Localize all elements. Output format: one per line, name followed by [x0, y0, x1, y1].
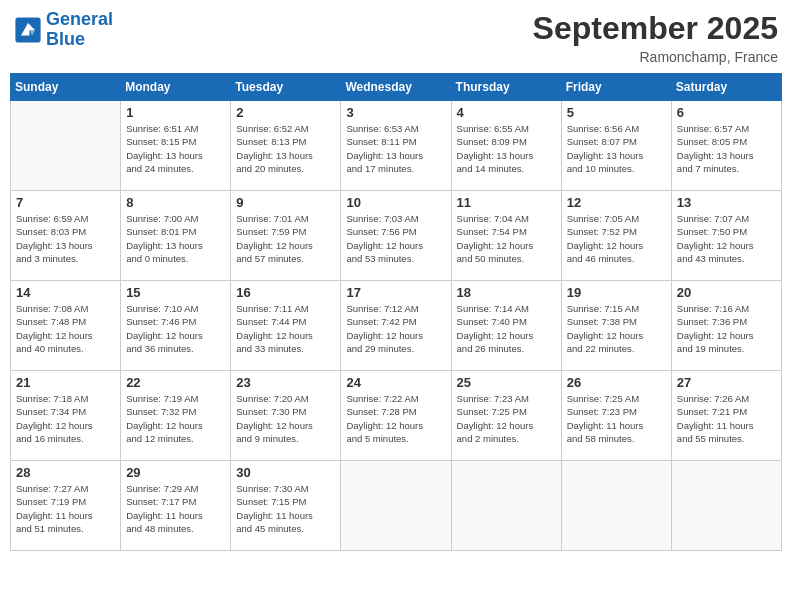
calendar-week-row: 28Sunrise: 7:27 AMSunset: 7:19 PMDayligh… — [11, 461, 782, 551]
day-info: Sunrise: 7:23 AMSunset: 7:25 PMDaylight:… — [457, 392, 556, 445]
calendar-cell: 4Sunrise: 6:55 AMSunset: 8:09 PMDaylight… — [451, 101, 561, 191]
day-number: 2 — [236, 105, 335, 120]
calendar-cell: 1Sunrise: 6:51 AMSunset: 8:15 PMDaylight… — [121, 101, 231, 191]
day-info: Sunrise: 7:05 AMSunset: 7:52 PMDaylight:… — [567, 212, 666, 265]
day-number: 25 — [457, 375, 556, 390]
location: Ramonchamp, France — [533, 49, 778, 65]
day-number: 27 — [677, 375, 776, 390]
calendar-cell: 9Sunrise: 7:01 AMSunset: 7:59 PMDaylight… — [231, 191, 341, 281]
calendar-week-row: 21Sunrise: 7:18 AMSunset: 7:34 PMDayligh… — [11, 371, 782, 461]
day-info: Sunrise: 6:56 AMSunset: 8:07 PMDaylight:… — [567, 122, 666, 175]
calendar-cell: 5Sunrise: 6:56 AMSunset: 8:07 PMDaylight… — [561, 101, 671, 191]
calendar-cell — [341, 461, 451, 551]
day-number: 10 — [346, 195, 445, 210]
day-number: 29 — [126, 465, 225, 480]
month-title: September 2025 — [533, 10, 778, 47]
day-info: Sunrise: 7:15 AMSunset: 7:38 PMDaylight:… — [567, 302, 666, 355]
calendar-cell: 18Sunrise: 7:14 AMSunset: 7:40 PMDayligh… — [451, 281, 561, 371]
day-info: Sunrise: 7:16 AMSunset: 7:36 PMDaylight:… — [677, 302, 776, 355]
day-info: Sunrise: 6:55 AMSunset: 8:09 PMDaylight:… — [457, 122, 556, 175]
day-number: 5 — [567, 105, 666, 120]
day-header-tuesday: Tuesday — [231, 74, 341, 101]
calendar-cell: 17Sunrise: 7:12 AMSunset: 7:42 PMDayligh… — [341, 281, 451, 371]
day-number: 14 — [16, 285, 115, 300]
day-info: Sunrise: 6:52 AMSunset: 8:13 PMDaylight:… — [236, 122, 335, 175]
day-info: Sunrise: 7:03 AMSunset: 7:56 PMDaylight:… — [346, 212, 445, 265]
day-info: Sunrise: 7:18 AMSunset: 7:34 PMDaylight:… — [16, 392, 115, 445]
day-info: Sunrise: 7:22 AMSunset: 7:28 PMDaylight:… — [346, 392, 445, 445]
day-header-friday: Friday — [561, 74, 671, 101]
logo-line2: Blue — [46, 29, 85, 49]
calendar-header-row: SundayMondayTuesdayWednesdayThursdayFrid… — [11, 74, 782, 101]
day-number: 15 — [126, 285, 225, 300]
calendar-cell: 24Sunrise: 7:22 AMSunset: 7:28 PMDayligh… — [341, 371, 451, 461]
day-info: Sunrise: 7:20 AMSunset: 7:30 PMDaylight:… — [236, 392, 335, 445]
calendar-cell: 19Sunrise: 7:15 AMSunset: 7:38 PMDayligh… — [561, 281, 671, 371]
calendar-cell: 6Sunrise: 6:57 AMSunset: 8:05 PMDaylight… — [671, 101, 781, 191]
day-number: 4 — [457, 105, 556, 120]
calendar-cell: 29Sunrise: 7:29 AMSunset: 7:17 PMDayligh… — [121, 461, 231, 551]
calendar-cell — [561, 461, 671, 551]
calendar-cell: 8Sunrise: 7:00 AMSunset: 8:01 PMDaylight… — [121, 191, 231, 281]
logo-icon — [14, 16, 42, 44]
header: General Blue September 2025 Ramonchamp, … — [10, 10, 782, 65]
day-info: Sunrise: 7:25 AMSunset: 7:23 PMDaylight:… — [567, 392, 666, 445]
day-info: Sunrise: 7:12 AMSunset: 7:42 PMDaylight:… — [346, 302, 445, 355]
day-number: 22 — [126, 375, 225, 390]
day-number: 26 — [567, 375, 666, 390]
day-info: Sunrise: 6:59 AMSunset: 8:03 PMDaylight:… — [16, 212, 115, 265]
day-number: 11 — [457, 195, 556, 210]
calendar-cell: 25Sunrise: 7:23 AMSunset: 7:25 PMDayligh… — [451, 371, 561, 461]
logo-text: General Blue — [46, 10, 113, 50]
calendar-cell: 27Sunrise: 7:26 AMSunset: 7:21 PMDayligh… — [671, 371, 781, 461]
calendar-cell: 26Sunrise: 7:25 AMSunset: 7:23 PMDayligh… — [561, 371, 671, 461]
day-number: 28 — [16, 465, 115, 480]
day-info: Sunrise: 7:07 AMSunset: 7:50 PMDaylight:… — [677, 212, 776, 265]
calendar-week-row: 7Sunrise: 6:59 AMSunset: 8:03 PMDaylight… — [11, 191, 782, 281]
day-number: 19 — [567, 285, 666, 300]
day-header-thursday: Thursday — [451, 74, 561, 101]
day-number: 6 — [677, 105, 776, 120]
day-number: 16 — [236, 285, 335, 300]
calendar-cell: 20Sunrise: 7:16 AMSunset: 7:36 PMDayligh… — [671, 281, 781, 371]
day-info: Sunrise: 7:01 AMSunset: 7:59 PMDaylight:… — [236, 212, 335, 265]
day-header-monday: Monday — [121, 74, 231, 101]
title-area: September 2025 Ramonchamp, France — [533, 10, 778, 65]
day-number: 23 — [236, 375, 335, 390]
calendar-cell: 7Sunrise: 6:59 AMSunset: 8:03 PMDaylight… — [11, 191, 121, 281]
day-info: Sunrise: 7:14 AMSunset: 7:40 PMDaylight:… — [457, 302, 556, 355]
day-info: Sunrise: 6:57 AMSunset: 8:05 PMDaylight:… — [677, 122, 776, 175]
day-info: Sunrise: 7:11 AMSunset: 7:44 PMDaylight:… — [236, 302, 335, 355]
day-number: 12 — [567, 195, 666, 210]
day-number: 20 — [677, 285, 776, 300]
day-info: Sunrise: 7:19 AMSunset: 7:32 PMDaylight:… — [126, 392, 225, 445]
calendar-table: SundayMondayTuesdayWednesdayThursdayFrid… — [10, 73, 782, 551]
day-header-wednesday: Wednesday — [341, 74, 451, 101]
logo: General Blue — [14, 10, 113, 50]
day-info: Sunrise: 7:08 AMSunset: 7:48 PMDaylight:… — [16, 302, 115, 355]
day-number: 3 — [346, 105, 445, 120]
day-info: Sunrise: 6:51 AMSunset: 8:15 PMDaylight:… — [126, 122, 225, 175]
calendar-cell: 16Sunrise: 7:11 AMSunset: 7:44 PMDayligh… — [231, 281, 341, 371]
day-info: Sunrise: 7:30 AMSunset: 7:15 PMDaylight:… — [236, 482, 335, 535]
day-info: Sunrise: 7:10 AMSunset: 7:46 PMDaylight:… — [126, 302, 225, 355]
day-info: Sunrise: 7:00 AMSunset: 8:01 PMDaylight:… — [126, 212, 225, 265]
day-info: Sunrise: 7:26 AMSunset: 7:21 PMDaylight:… — [677, 392, 776, 445]
day-number: 30 — [236, 465, 335, 480]
calendar-cell: 2Sunrise: 6:52 AMSunset: 8:13 PMDaylight… — [231, 101, 341, 191]
logo-line1: General — [46, 9, 113, 29]
calendar-cell: 15Sunrise: 7:10 AMSunset: 7:46 PMDayligh… — [121, 281, 231, 371]
calendar-week-row: 1Sunrise: 6:51 AMSunset: 8:15 PMDaylight… — [11, 101, 782, 191]
day-number: 24 — [346, 375, 445, 390]
day-number: 13 — [677, 195, 776, 210]
calendar-cell: 23Sunrise: 7:20 AMSunset: 7:30 PMDayligh… — [231, 371, 341, 461]
day-number: 7 — [16, 195, 115, 210]
day-number: 8 — [126, 195, 225, 210]
calendar-cell: 21Sunrise: 7:18 AMSunset: 7:34 PMDayligh… — [11, 371, 121, 461]
day-info: Sunrise: 7:04 AMSunset: 7:54 PMDaylight:… — [457, 212, 556, 265]
day-header-sunday: Sunday — [11, 74, 121, 101]
calendar-cell: 12Sunrise: 7:05 AMSunset: 7:52 PMDayligh… — [561, 191, 671, 281]
day-number: 18 — [457, 285, 556, 300]
day-info: Sunrise: 6:53 AMSunset: 8:11 PMDaylight:… — [346, 122, 445, 175]
calendar-cell: 10Sunrise: 7:03 AMSunset: 7:56 PMDayligh… — [341, 191, 451, 281]
